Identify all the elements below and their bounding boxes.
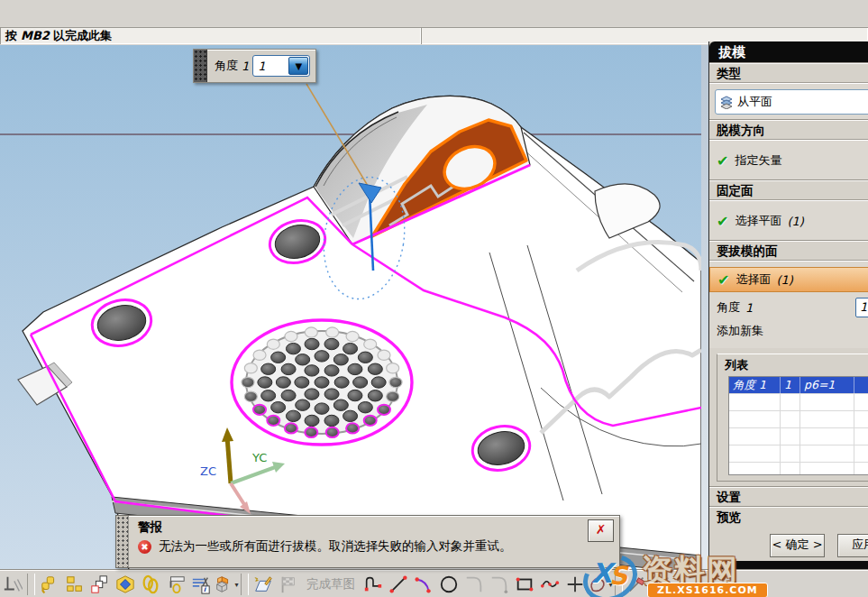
select-plane-row[interactable]: ✔ 选择平面 (1) <box>709 208 868 234</box>
toolbar-studio-spline-button[interactable] <box>537 573 562 596</box>
list-header[interactable]: 列表 <box>717 354 868 376</box>
solid-body-icon <box>214 574 233 594</box>
toolbar-ellipse-button[interactable]: ▾ <box>588 573 613 596</box>
green-check-icon: ✔ <box>717 213 728 230</box>
group-settings[interactable]: 设置 <box>709 487 868 507</box>
group-preview[interactable]: 预览 <box>709 507 868 527</box>
ok-button[interactable]: < 确定 > <box>770 534 825 557</box>
angle-spinner-button[interactable]: ▼ <box>288 57 308 75</box>
list-row-empty <box>729 394 868 411</box>
toolbar-line-button[interactable] <box>386 573 411 596</box>
toolbar-chamfer-button <box>487 573 512 596</box>
angle-field-row: 角度 1 1 <box>709 296 868 319</box>
point-icon <box>565 574 585 594</box>
application-window: 按 MB2 以完成此集 <box>0 0 868 597</box>
angle-popup-value: 1 <box>253 60 288 73</box>
toolbar-perpendicular-constraint-button[interactable] <box>0 573 25 596</box>
speaker-grille <box>232 320 412 445</box>
error-icon: ✖ <box>138 540 151 554</box>
toolbar-quick-extend-button <box>650 573 675 596</box>
alert-close-button[interactable]: ✗ <box>588 519 614 542</box>
angle-popup-label: 角度 <box>215 58 238 74</box>
select-face-count: (1) <box>776 273 792 287</box>
toolbar-open-sketch-button[interactable] <box>251 573 276 596</box>
group-type[interactable]: 类型 <box>709 63 868 83</box>
measure-icon <box>166 574 186 594</box>
angle-popup-input[interactable]: 1 ▼ <box>252 55 310 77</box>
list-row-empty <box>729 463 868 475</box>
profile-icon <box>363 574 383 594</box>
select-face-row[interactable]: ✔ 选择面 (1) <box>709 267 868 292</box>
specify-vector-label: 指定矢量 <box>735 152 781 169</box>
quick-extend-icon <box>653 574 672 594</box>
toolbar-finish-flag-button <box>276 573 301 596</box>
perpendicular-constraint-icon <box>3 574 23 594</box>
alert-message: 无法为一些或所有面进行拔模。取消选择失败的输入对象并重试。 <box>159 538 512 555</box>
fillet-icon <box>464 574 484 594</box>
toolbar-circle-button[interactable] <box>436 573 461 596</box>
specify-vector-row[interactable]: ✔ 指定矢量 <box>709 148 868 173</box>
draft-set-list[interactable]: 角度 1 1 p6=1 <box>728 376 868 475</box>
list-row-empty <box>729 411 868 428</box>
toolbar-measure-button[interactable] <box>163 573 188 596</box>
toolbar-rectangle-button[interactable] <box>512 573 537 596</box>
group-faces-to-draft[interactable]: 要拔模的面 <box>709 241 868 261</box>
toolbar-separator <box>241 574 249 595</box>
from-plane-icon <box>719 95 734 109</box>
graphics-viewport[interactable]: ZC YC <box>0 45 701 570</box>
open-sketch-icon <box>253 574 273 594</box>
toolbar-mirror-feature-button[interactable] <box>87 573 113 596</box>
mirror-feature-icon <box>90 574 110 594</box>
type-dropdown-value: 从平面 <box>737 94 772 110</box>
angle-field-input[interactable]: 1 <box>855 298 868 317</box>
sketch-scene-icon <box>115 574 135 594</box>
type-dropdown[interactable]: 从平面 <box>715 89 868 115</box>
toolbar-profile-button[interactable] <box>361 573 386 596</box>
prompt-message: 按 MB2 以完成此集 <box>0 27 421 44</box>
alert-dialog: 警报 ✖ 无法为一些或所有面进行拔模。取消选择失败的输入对象并重试。 ✗ <box>115 515 620 568</box>
pattern-feature-icon <box>65 574 85 594</box>
toolbar-separator <box>27 574 35 595</box>
group-direction[interactable]: 脱模方向 <box>709 120 868 140</box>
angle-field-label: 角度 <box>717 299 740 316</box>
toolbar-point-button[interactable] <box>562 573 588 596</box>
angle-popup[interactable]: 角度 1 1 ▼ <box>193 49 316 83</box>
dropdown-arrow-icon[interactable]: ▾ <box>234 581 238 589</box>
line-icon <box>388 574 408 594</box>
prompt-prefix: 按 <box>5 28 17 44</box>
finish-flag-icon <box>279 574 298 594</box>
green-check-icon: ✔ <box>717 152 728 170</box>
apply-button[interactable]: 应用 <box>837 534 868 557</box>
list-row-selected[interactable]: 角度 1 1 p6=1 <box>729 377 868 394</box>
make-corner-icon <box>40 574 59 594</box>
trim-info-icon <box>191 574 211 594</box>
rectangle-icon <box>515 574 535 594</box>
ellipse-icon <box>588 574 608 594</box>
toolbar-pattern-feature-button[interactable] <box>62 573 87 596</box>
dialog-title[interactable]: 拔模 <box>709 41 868 63</box>
toolbar-trim-info-button[interactable] <box>188 573 214 596</box>
list-cell-empty <box>854 377 868 393</box>
toolbar-sketch-scene-button[interactable] <box>113 573 138 596</box>
popup-grip-handle[interactable] <box>194 50 207 82</box>
add-new-set-row[interactable]: 添加新集 <box>709 319 868 343</box>
list-group: 列表 角度 1 1 p6=1 <box>717 354 868 482</box>
angle-field-index: 1 <box>745 301 753 315</box>
alert-title: 警报 <box>138 519 612 536</box>
studio-spline-icon <box>540 574 560 594</box>
alert-grip-handle[interactable] <box>116 516 129 567</box>
toolbar-arc-button[interactable] <box>411 573 436 596</box>
group-fixed-plane[interactable]: 固定面 <box>709 180 868 200</box>
yc-axis-label: YC <box>251 451 267 464</box>
select-plane-count: (1) <box>787 215 803 228</box>
dropdown-arrow-icon[interactable]: ▾ <box>608 581 612 589</box>
toolbar-solid-body-button[interactable]: ▾ <box>214 573 239 596</box>
list-row-empty <box>729 445 868 463</box>
toolbar-chain-constraint-button[interactable] <box>138 573 163 596</box>
top-toolbar-strip <box>0 0 868 27</box>
bottom-toolbar: ▾完成草图▾ <box>0 570 868 597</box>
toolbar-separator <box>615 574 623 595</box>
toolbar-quick-trim-button[interactable] <box>625 573 650 596</box>
toolbar-make-corner-button[interactable] <box>37 573 62 596</box>
chain-constraint-icon <box>141 574 160 594</box>
